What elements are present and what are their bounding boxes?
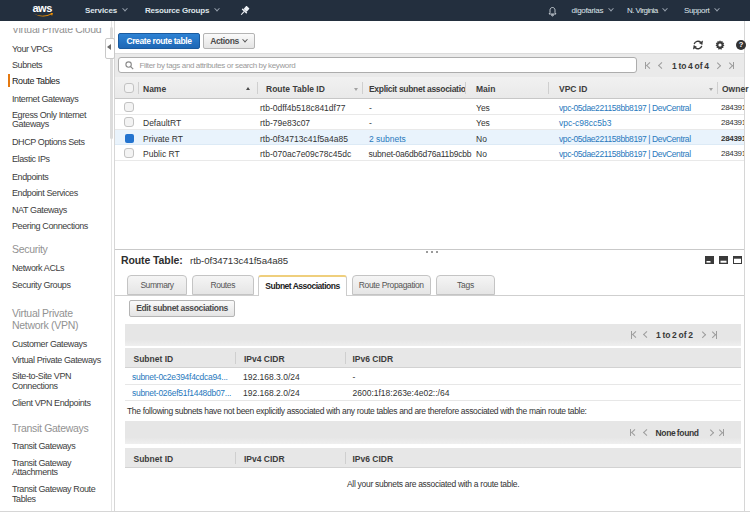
svg-text:aws: aws bbox=[33, 2, 53, 14]
